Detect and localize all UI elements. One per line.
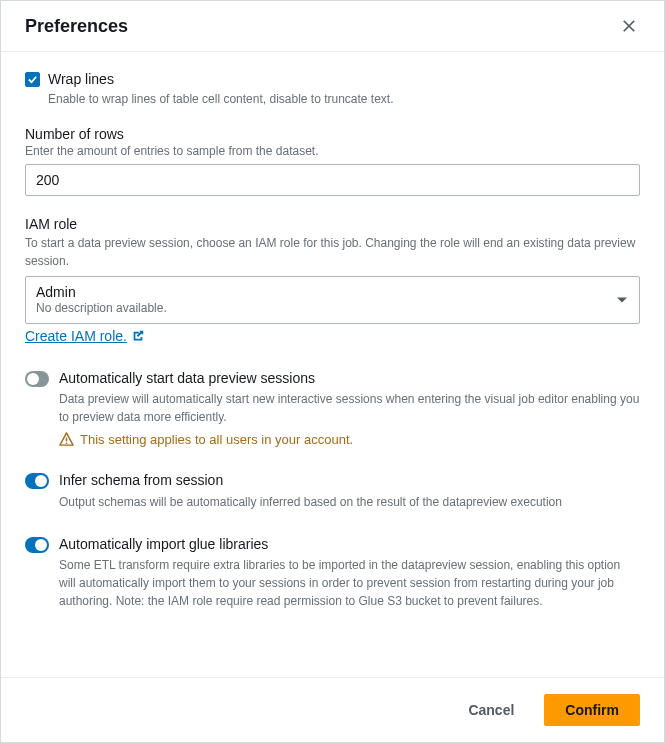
auto-import-desc: Some ETL transform require extra librari… <box>59 556 640 610</box>
preferences-modal: Preferences Wrap lines Enable to wrap li… <box>0 0 665 743</box>
auto-start-warning-text: This setting applies to all users in you… <box>80 432 353 447</box>
close-icon <box>622 19 636 33</box>
infer-schema-desc: Output schemas will be automatically inf… <box>59 493 640 511</box>
modal-body: Wrap lines Enable to wrap lines of table… <box>1 52 664 677</box>
iam-role-selected-desc: No description available. <box>36 301 605 315</box>
check-icon <box>27 74 38 85</box>
svg-point-1 <box>66 443 68 445</box>
iam-role-hint: To start a data preview session, choose … <box>25 234 640 270</box>
cancel-button[interactable]: Cancel <box>448 694 534 726</box>
close-button[interactable] <box>618 15 640 37</box>
wrap-lines-desc: Enable to wrap lines of table cell conte… <box>48 92 394 106</box>
modal-footer: Cancel Confirm <box>1 677 664 742</box>
infer-schema-toggle[interactable] <box>25 473 49 489</box>
iam-role-select[interactable]: Admin No description available. <box>25 276 640 324</box>
auto-start-row: Automatically start data preview session… <box>25 369 640 448</box>
auto-start-toggle[interactable] <box>25 371 49 387</box>
num-rows-input[interactable] <box>25 164 640 196</box>
auto-import-toggle[interactable] <box>25 537 49 553</box>
wrap-lines-checkbox[interactable] <box>25 72 40 87</box>
auto-import-title: Automatically import glue libraries <box>59 535 640 555</box>
wrap-lines-field: Wrap lines Enable to wrap lines of table… <box>25 70 640 106</box>
modal-header: Preferences <box>1 1 664 52</box>
num-rows-label: Number of rows <box>25 126 640 142</box>
auto-start-warning: This setting applies to all users in you… <box>59 432 640 447</box>
wrap-lines-label: Wrap lines <box>48 70 394 90</box>
iam-role-label: IAM role <box>25 216 640 232</box>
create-iam-role-label: Create IAM role. <box>25 328 127 344</box>
num-rows-field: Number of rows Enter the amount of entri… <box>25 126 640 196</box>
auto-start-title: Automatically start data preview session… <box>59 369 640 389</box>
iam-role-field: IAM role To start a data preview session… <box>25 216 640 345</box>
auto-import-row: Automatically import glue libraries Some… <box>25 535 640 611</box>
auto-start-desc: Data preview will automatically start ne… <box>59 390 640 426</box>
infer-schema-title: Infer schema from session <box>59 471 640 491</box>
warning-icon <box>59 432 74 447</box>
iam-role-selected: Admin <box>36 284 605 300</box>
num-rows-hint: Enter the amount of entries to sample fr… <box>25 144 640 158</box>
confirm-button[interactable]: Confirm <box>544 694 640 726</box>
external-link-icon <box>131 329 145 343</box>
modal-title: Preferences <box>25 16 128 37</box>
create-iam-role-link[interactable]: Create IAM role. <box>25 328 145 344</box>
infer-schema-row: Infer schema from session Output schemas… <box>25 471 640 511</box>
